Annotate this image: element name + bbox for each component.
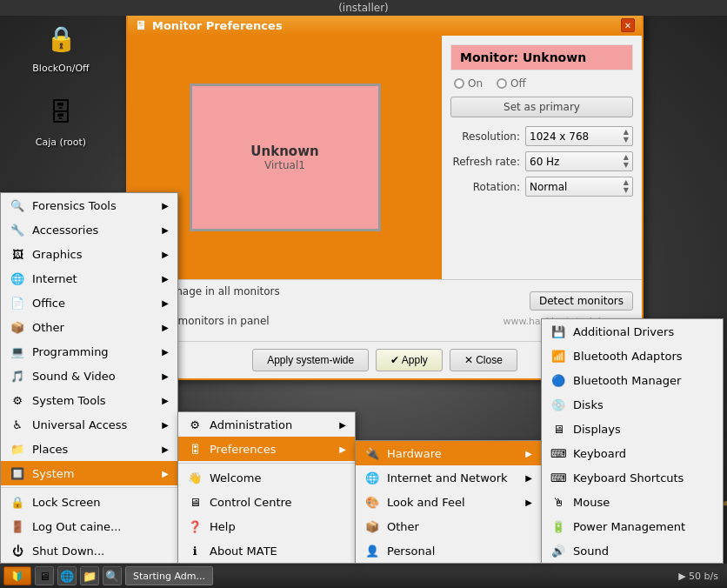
- menu-item-places[interactable]: 📁 Places ▶: [1, 437, 177, 461]
- lookandfeel-arrow: ▶: [525, 498, 532, 507]
- menu-item-system[interactable]: 🔲 System ▶: [1, 461, 177, 485]
- radio-on-label: On: [468, 77, 483, 90]
- menu-item-lockscreen[interactable]: 🔒 Lock Screen: [1, 490, 177, 514]
- other-arrow: ▶: [162, 323, 169, 332]
- menu-divider-1: [1, 487, 177, 488]
- clock-text: ▶ 50 b/s: [673, 571, 724, 582]
- system-submenu: ⚙ Administration ▶ 🎛 Preferences ▶ 👋 Wel…: [177, 411, 356, 564]
- menu-item-universal[interactable]: ♿ Universal Access ▶: [1, 412, 177, 437]
- hw-sound[interactable]: 🔊 Sound: [542, 538, 723, 563]
- universal-icon: ♿: [10, 417, 25, 432]
- other-prefs-icon: 📦: [364, 518, 380, 534]
- power-management-label: Power Management: [573, 520, 685, 533]
- menu-item-soundvideo[interactable]: 🎵 Sound & Video ▶: [1, 364, 177, 388]
- prefs-submenu-hardware[interactable]: 🔌 Hardware ▶: [356, 441, 541, 465]
- hardware-icon: 🔌: [364, 445, 380, 461]
- system-submenu-welcome[interactable]: 👋 Welcome: [178, 465, 355, 490]
- menu-item-programming[interactable]: 💻 Programming ▶: [1, 339, 177, 364]
- sound-label: Sound: [573, 545, 609, 558]
- hw-disks[interactable]: 💿 Disks: [542, 392, 723, 417]
- hw-bluetooth-manager[interactable]: 🔵 Bluetooth Manager: [542, 368, 723, 392]
- hw-power-management[interactable]: 🔋 Power Management: [542, 514, 723, 538]
- menu-item-internet[interactable]: 🌐 Internet ▶: [1, 266, 177, 291]
- hw-additional-drivers[interactable]: 💾 Additional Drivers: [542, 319, 723, 344]
- prefs-arrow: ▶: [339, 444, 346, 454]
- systemtools-label: System Tools: [32, 394, 106, 407]
- bluetooth-manager-icon: 🔵: [550, 372, 566, 388]
- dialog-close-button[interactable]: ✕: [621, 18, 635, 32]
- bluetooth-adaptors-label: Bluetooth Adaptors: [573, 350, 683, 363]
- desktop-icons: 🔒 BlockOn/Off 🗄 Caja (root): [26, 17, 96, 148]
- refresh-select[interactable]: 60 Hz ▲▼: [525, 151, 633, 171]
- menu-item-accessories[interactable]: 🔧 Accessories ▶: [1, 217, 177, 242]
- dialog-title: Monitor Preferences: [135, 18, 283, 32]
- internet-icon: 🌐: [10, 271, 25, 286]
- hw-keyboard-shortcuts[interactable]: ⌨ Keyboard Shortcuts: [542, 465, 723, 490]
- desktop-icon-caja[interactable]: 🗄 Caja (root): [26, 91, 96, 148]
- monitor-onoff: On Off: [450, 77, 633, 90]
- hw-mouse[interactable]: 🖱 Mouse: [542, 490, 723, 514]
- refresh-row: Refresh rate: 60 Hz ▲▼: [450, 151, 633, 171]
- prefs-submenu-other[interactable]: 📦 Other: [356, 514, 541, 538]
- prefs-submenu-lookandfeel[interactable]: 🎨 Look and Feel ▶: [356, 490, 541, 514]
- close-button[interactable]: ✕ Close: [450, 349, 517, 371]
- personal-icon: 👤: [364, 543, 380, 558]
- system-submenu-preferences[interactable]: 🎛 Preferences ▶: [178, 437, 355, 461]
- other-prefs-label: Other: [387, 520, 419, 533]
- search-taskbar-icon[interactable]: 🔍: [103, 566, 122, 585]
- prefs-submenu-personal[interactable]: 👤 Personal: [356, 538, 541, 563]
- soundvideo-arrow: ▶: [162, 371, 169, 381]
- dialog-titlebar: Monitor Preferences ✕: [128, 15, 642, 36]
- apply-system-wide-button[interactable]: Apply system-wide: [252, 349, 369, 371]
- rotation-select[interactable]: Normal ▲▼: [525, 177, 633, 197]
- hw-bluetooth-adaptors[interactable]: 📶 Bluetooth Adaptors: [542, 344, 723, 368]
- system-submenu-controlcentre[interactable]: 🖥 Control Centre: [178, 490, 355, 514]
- displays-label: Displays: [573, 423, 621, 436]
- menu-item-shutdown[interactable]: ⏻ Shut Down...: [1, 538, 177, 563]
- menu-item-graphics[interactable]: 🖼 Graphics ▶: [1, 242, 177, 266]
- resolution-row: Resolution: 1024 x 768 ▲▼: [450, 126, 633, 146]
- resolution-select[interactable]: 1024 x 768 ▲▼: [525, 126, 633, 146]
- menu-item-forensics[interactable]: 🔍 Forensics Tools ▶: [1, 193, 177, 217]
- monitor-screen-sub: Virtual1: [264, 159, 305, 171]
- menu-item-office[interactable]: 📄 Office ▶: [1, 291, 177, 315]
- title-hint: (installer): [0, 0, 727, 16]
- hardware-label: Hardware: [387, 447, 442, 460]
- system-submenu-administration[interactable]: ⚙ Administration ▶: [178, 412, 355, 437]
- internet-network-arrow: ▶: [525, 473, 532, 483]
- system-arrow: ▶: [162, 469, 169, 478]
- keyboard-label: Keyboard: [573, 447, 626, 460]
- taskbar: 🔰 🖥 🌐 📁 🔍 Starting Adm... ▶ 50 b/s: [0, 564, 727, 588]
- resolution-arrow: ▲▼: [624, 129, 629, 144]
- running-app-item[interactable]: Starting Adm...: [125, 566, 213, 585]
- universal-arrow: ▶: [162, 420, 169, 430]
- admin-arrow: ▶: [339, 420, 346, 430]
- apply-button[interactable]: ✔ Apply: [376, 349, 443, 371]
- files-taskbar-icon[interactable]: 📁: [80, 566, 99, 585]
- rotation-label: Rotation:: [450, 181, 520, 193]
- hw-keyboard[interactable]: ⌨ Keyboard: [542, 441, 723, 465]
- universal-label: Universal Access: [32, 418, 127, 431]
- set-as-primary-button[interactable]: Set as primary: [450, 97, 633, 117]
- radio-off-label: Off: [510, 77, 526, 90]
- menu-item-other[interactable]: 📦 Other ▶: [1, 315, 177, 339]
- desktop-icon-blockOnOff[interactable]: 🔒 BlockOn/Off: [26, 17, 96, 74]
- controlcentre-label: Control Centre: [210, 496, 292, 509]
- admin-label: Administration: [210, 418, 292, 431]
- menu-item-systemtools[interactable]: ⚙ System Tools ▶: [1, 388, 177, 412]
- detect-monitors-button[interactable]: Detect monitors: [530, 291, 633, 311]
- system-submenu-aboutmate[interactable]: ℹ About MATE: [178, 538, 355, 563]
- help-icon: ❓: [187, 518, 203, 534]
- system-icon: 🔲: [10, 465, 25, 481]
- hw-displays[interactable]: 🖥 Displays: [542, 417, 723, 441]
- system-submenu-help[interactable]: ❓ Help: [178, 514, 355, 538]
- terminal-taskbar-icon[interactable]: 🖥: [35, 566, 54, 585]
- prefs-submenu-internet[interactable]: 🌐 Internet and Network ▶: [356, 465, 541, 490]
- menu-item-logout[interactable]: 🚪 Log Out caine...: [1, 514, 177, 538]
- browser-taskbar-icon[interactable]: 🌐: [57, 566, 77, 585]
- lookandfeel-label: Look and Feel: [387, 496, 465, 509]
- radio-on[interactable]: On: [454, 77, 483, 90]
- radio-off[interactable]: Off: [497, 77, 526, 90]
- personal-label: Personal: [387, 545, 435, 558]
- start-menu-button[interactable]: 🔰: [3, 566, 31, 585]
